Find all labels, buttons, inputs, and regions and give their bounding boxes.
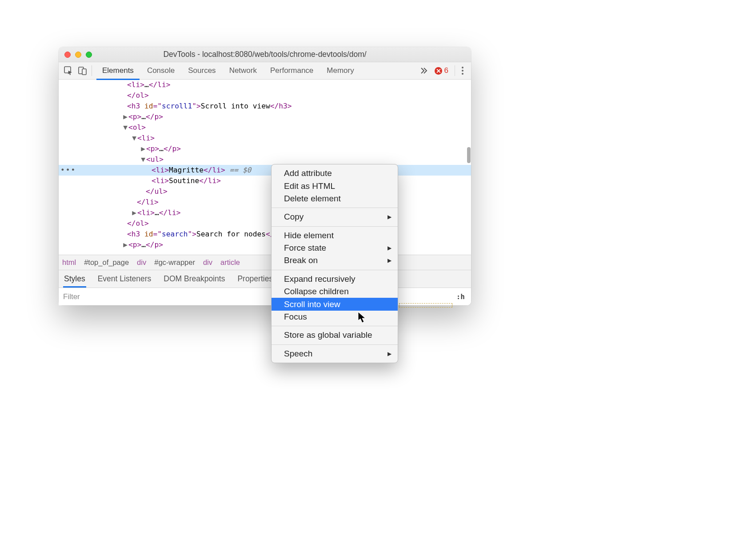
dom-tree-row[interactable]: <li>…</li> (59, 80, 471, 90)
dom-tree-row[interactable]: <h3 id="scroll1">Scroll into view</h3> (59, 101, 471, 112)
toggle-hov-button[interactable]: :h (450, 292, 471, 301)
tab-memory[interactable]: Memory (320, 62, 360, 80)
context-menu: Add attributeEdit as HTMLDelete elementC… (271, 164, 398, 363)
menu-item-store-as-global-variable[interactable]: Store as global variable (272, 329, 398, 341)
breadcrumb-item[interactable]: #top_of_page (84, 258, 129, 267)
settings-menu-icon[interactable] (457, 67, 468, 75)
menu-separator (272, 270, 398, 270)
tab-elements[interactable]: Elements (96, 62, 140, 80)
zoom-window-button[interactable] (86, 52, 92, 58)
inspect-element-icon[interactable] (61, 62, 76, 80)
breadcrumb-item[interactable]: html (62, 258, 76, 267)
menu-item-scroll-into-view[interactable]: Scroll into view (272, 298, 398, 310)
dom-tree-row[interactable]: •••<li>Magritte</li> == $0 (59, 165, 471, 176)
close-window-button[interactable] (64, 52, 71, 58)
breadcrumb-item[interactable]: div (203, 258, 212, 267)
breadcrumb-item[interactable]: #gc-wrapper (154, 258, 195, 267)
menu-item-add-attribute[interactable]: Add attribute (272, 167, 398, 180)
breadcrumb: html#top_of_pagediv#gc-wrapperdivarticle (59, 255, 471, 270)
tab-performance[interactable]: Performance (264, 62, 320, 80)
menu-item-speech[interactable]: Speech (272, 348, 398, 360)
elements-panel: <li>…</li></ol><h3 id="scroll1">Scroll i… (59, 80, 471, 305)
dom-tree-row[interactable]: </ul> (59, 186, 471, 197)
dom-tree-row[interactable]: ▶<li>…</li> (59, 208, 471, 218)
expand-icon[interactable]: ▶ (122, 112, 128, 122)
vertical-scrollbar-thumb[interactable] (467, 147, 471, 163)
dom-tree-row[interactable]: <h3 id="search">Search for nodes</h3> (59, 229, 471, 240)
collapse-icon[interactable]: ▼ (131, 133, 137, 144)
dom-tree-row[interactable]: ▼<li> (59, 133, 471, 144)
menu-separator (272, 326, 398, 326)
subtab-dom-breakpoints[interactable]: DOM Breakpoints (164, 274, 225, 284)
menu-item-copy[interactable]: Copy (272, 211, 398, 223)
window-title: DevTools - localhost:8080/web/tools/chro… (59, 50, 471, 59)
menu-item-delete-element[interactable]: Delete element (272, 192, 398, 205)
menu-item-hide-element[interactable]: Hide element (272, 229, 398, 242)
collapse-icon[interactable]: ▼ (122, 122, 128, 133)
menu-item-collapse-children[interactable]: Collapse children (272, 285, 398, 298)
subtab-event-listeners[interactable]: Event Listeners (98, 274, 152, 284)
tab-console[interactable]: Console (140, 62, 181, 80)
error-count: 6 (444, 66, 448, 75)
dom-tree-row[interactable]: </ol> (59, 218, 471, 229)
menu-separator (272, 208, 398, 208)
tab-sources[interactable]: Sources (181, 62, 222, 80)
menu-separator (272, 344, 398, 345)
svg-rect-2 (82, 69, 86, 75)
dom-tree-row[interactable]: ▶<p>…</p> (59, 240, 471, 250)
expand-icon[interactable]: ▶ (122, 240, 128, 250)
styles-subtabs: StylesEvent ListenersDOM BreakpointsProp… (59, 270, 471, 288)
menu-item-force-state[interactable]: Force state (272, 242, 398, 254)
menu-separator (272, 226, 398, 227)
subtab-styles[interactable]: Styles (64, 274, 85, 284)
window-controls (64, 52, 92, 58)
styles-filter-row: :h (59, 288, 471, 305)
more-tabs-icon[interactable] (418, 67, 430, 75)
error-icon (435, 67, 442, 75)
breadcrumb-item[interactable]: div (137, 258, 146, 267)
menu-item-expand-recursively[interactable]: Expand recursively (272, 273, 398, 285)
error-count-button[interactable]: 6 (430, 66, 453, 75)
tab-network[interactable]: Network (223, 62, 264, 80)
menu-item-edit-as-html[interactable]: Edit as HTML (272, 180, 398, 192)
dom-tree-row[interactable]: </li> (59, 197, 471, 208)
devtools-toolbar: ElementsConsoleSourcesNetworkPerformance… (59, 62, 471, 80)
breadcrumb-item[interactable]: article (220, 258, 240, 267)
subtab-properties[interactable]: Properties (237, 274, 273, 284)
dom-tree-row[interactable]: ▼<ul> (59, 154, 471, 165)
dom-tree-row[interactable]: <li>Soutine</li> (59, 176, 471, 186)
collapse-icon[interactable]: ▼ (140, 154, 146, 165)
expand-icon[interactable]: ▶ (140, 144, 146, 154)
window-titlebar: DevTools - localhost:8080/web/tools/chro… (59, 47, 471, 62)
menu-item-focus[interactable]: Focus (272, 311, 398, 323)
device-toolbar-icon[interactable] (76, 62, 90, 80)
box-model-hint (399, 303, 452, 308)
panel-tabs: ElementsConsoleSourcesNetworkPerformance… (96, 62, 361, 80)
devtools-window: DevTools - localhost:8080/web/tools/chro… (59, 47, 471, 305)
dom-tree-row[interactable]: ▶<p>…</p> (59, 144, 471, 154)
minimize-window-button[interactable] (75, 52, 81, 58)
dom-tree-row[interactable]: ▶<p>…</p> (59, 112, 471, 122)
toolbar-separator (92, 65, 92, 76)
toolbar-separator (455, 65, 455, 76)
menu-item-break-on[interactable]: Break on (272, 254, 398, 267)
selected-row-gutter-icon: ••• (60, 165, 76, 176)
dom-tree-row[interactable]: </ol> (59, 90, 471, 101)
dom-tree-row[interactable]: ▼<ol> (59, 122, 471, 133)
dom-tree[interactable]: <li>…</li></ol><h3 id="scroll1">Scroll i… (59, 80, 471, 255)
expand-icon[interactable]: ▶ (131, 208, 137, 218)
